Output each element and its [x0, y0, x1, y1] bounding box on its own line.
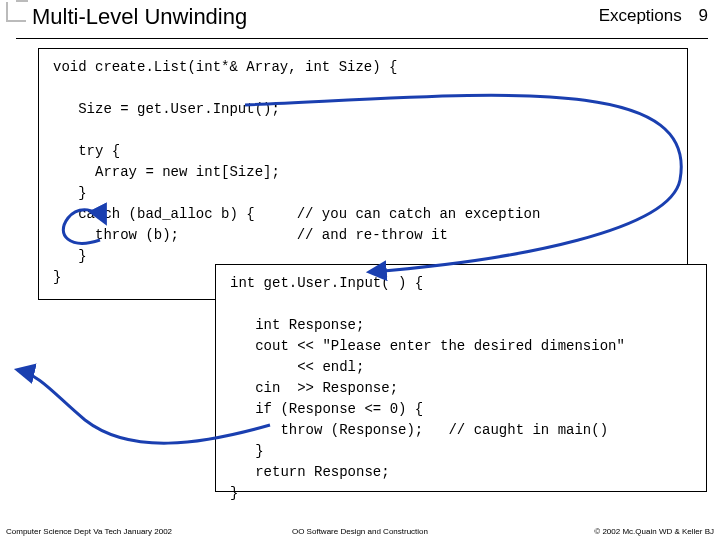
page-number: 9: [699, 6, 708, 25]
section-label: Exceptions: [599, 6, 682, 25]
code-line: cout << "Please enter the desired dimens…: [230, 338, 625, 354]
code-line: throw (Response); // caught in main(): [230, 422, 608, 438]
code-line: Size = get.User.Input();: [53, 101, 280, 117]
footer-right: © 2002 Mc.Quain WD & Keller BJ: [594, 527, 714, 536]
code-line: }: [53, 185, 87, 201]
code-line: }: [53, 248, 87, 264]
code-line: Array = new int[Size];: [53, 164, 280, 180]
code-line: }: [230, 485, 238, 501]
code-line: try {: [53, 143, 120, 159]
code-box-createlist: void create.List(int*& Array, int Size) …: [38, 48, 688, 300]
code-line: int Response;: [230, 317, 364, 333]
code-line: void create.List(int*& Array, int Size) …: [53, 59, 397, 75]
code-line: if (Response <= 0) {: [230, 401, 423, 417]
code-box-getuserinput: int get.User.Input( ) { int Response; co…: [215, 264, 707, 492]
code-line: throw (b); // and re-throw it: [53, 227, 448, 243]
slide-title: Multi-Level Unwinding: [32, 4, 247, 30]
header-rule: [16, 38, 708, 39]
code-line: cin >> Response;: [230, 380, 398, 396]
slide-footer: Computer Science Dept Va Tech January 20…: [0, 518, 720, 538]
code-line: }: [53, 269, 61, 285]
slide: Multi-Level Unwinding Exceptions 9 void …: [0, 0, 720, 540]
dogear-icon: [6, 2, 26, 22]
slide-header-right: Exceptions 9: [599, 6, 708, 26]
code-line: int get.User.Input( ) {: [230, 275, 423, 291]
slide-header: Multi-Level Unwinding Exceptions 9: [0, 0, 720, 40]
code-line: return Response;: [230, 464, 390, 480]
code-line: << endl;: [230, 359, 364, 375]
code-line: catch (bad_alloc b) { // you can catch a…: [53, 206, 540, 222]
code-line: }: [230, 443, 264, 459]
